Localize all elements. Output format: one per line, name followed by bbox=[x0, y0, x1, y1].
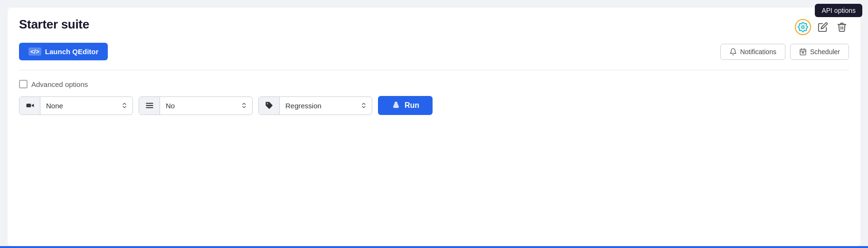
parallel-select-group: No Yes bbox=[139, 96, 253, 115]
chevron-updown-icon bbox=[121, 102, 128, 109]
svg-marker-8 bbox=[31, 104, 34, 107]
parallel-icon-box bbox=[139, 97, 160, 114]
right-buttons: Notifications Scheduler bbox=[720, 44, 849, 60]
suite-title: Starter suite bbox=[19, 17, 89, 32]
svg-rect-13 bbox=[395, 102, 397, 103]
lines-icon bbox=[145, 101, 154, 110]
delete-icon bbox=[837, 22, 847, 32]
gear-icon bbox=[798, 22, 808, 32]
edit-button[interactable] bbox=[816, 20, 830, 34]
scheduler-label: Scheduler bbox=[810, 48, 840, 56]
notifications-button[interactable]: Notifications bbox=[720, 44, 785, 60]
type-select-arrow bbox=[356, 97, 372, 114]
launch-label: Launch QEditor bbox=[45, 48, 99, 56]
svg-rect-7 bbox=[26, 104, 31, 107]
parallel-select[interactable]: No Yes bbox=[160, 97, 236, 114]
bell-icon bbox=[729, 48, 737, 56]
edit-icon bbox=[818, 22, 828, 32]
code-icon: </> bbox=[28, 48, 41, 56]
advanced-options-row: Advanced options bbox=[19, 80, 849, 88]
delete-button[interactable] bbox=[835, 20, 849, 34]
type-select[interactable]: Regression Smoke Sanity Performance bbox=[280, 97, 356, 114]
video-select-group: None Record Playback bbox=[19, 96, 133, 115]
notifications-label: Notifications bbox=[740, 48, 776, 56]
api-options-tooltip: API options bbox=[815, 4, 862, 17]
svg-point-12 bbox=[267, 103, 268, 104]
calendar-icon bbox=[799, 48, 807, 56]
launch-qeditor-button[interactable]: </> Launch QEditor bbox=[19, 43, 108, 60]
api-options-button[interactable] bbox=[795, 19, 811, 35]
flask-icon bbox=[391, 101, 401, 110]
main-card: Starter suite bbox=[8, 8, 860, 246]
chevron-updown-icon3 bbox=[360, 102, 367, 109]
video-select[interactable]: None Record Playback bbox=[40, 97, 116, 114]
video-icon-box bbox=[19, 97, 40, 114]
type-select-group: Regression Smoke Sanity Performance bbox=[258, 96, 372, 115]
launch-row: </> Launch QEditor Notifications bbox=[19, 43, 849, 70]
run-button[interactable]: Run bbox=[378, 96, 433, 115]
advanced-options-checkbox[interactable] bbox=[19, 80, 28, 88]
video-icon bbox=[26, 101, 34, 110]
bottom-bar bbox=[0, 246, 868, 248]
run-label: Run bbox=[405, 101, 419, 110]
tag-icon bbox=[265, 101, 274, 110]
header-actions bbox=[795, 19, 849, 35]
svg-point-0 bbox=[802, 26, 804, 29]
parallel-select-arrow bbox=[236, 97, 252, 114]
card-header: Starter suite bbox=[19, 17, 849, 35]
controls-row: None Record Playback bbox=[19, 96, 849, 115]
chevron-updown-icon2 bbox=[241, 102, 247, 109]
advanced-options-label: Advanced options bbox=[31, 80, 88, 88]
video-select-arrow bbox=[116, 97, 132, 114]
scheduler-button[interactable]: Scheduler bbox=[790, 44, 849, 60]
type-icon-box bbox=[259, 97, 280, 114]
